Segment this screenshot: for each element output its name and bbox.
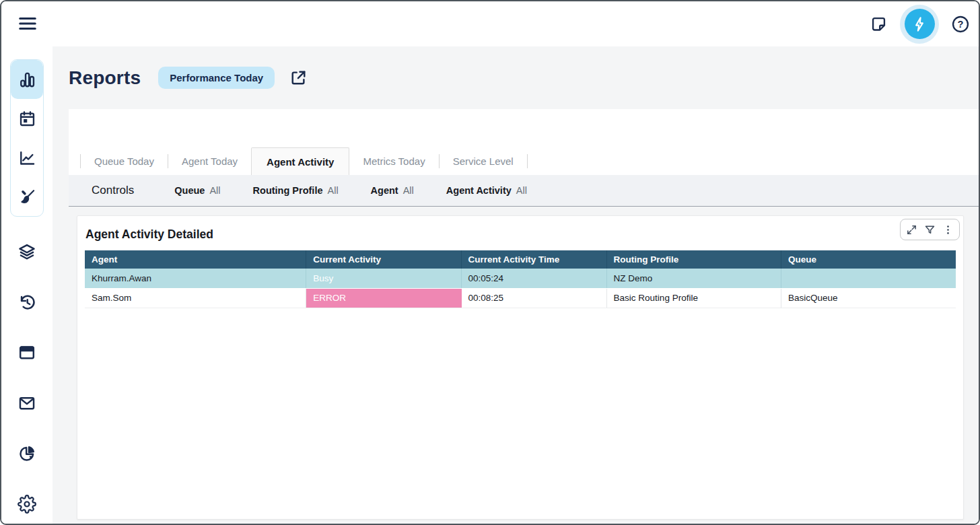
sidebar-item-reports bar-chart-icon[interactable] [11, 60, 43, 99]
tab-queue-today[interactable]: Queue Today [81, 147, 168, 175]
expand-icon[interactable] [903, 221, 921, 238]
sidebar-item-designer brush-icon[interactable] [11, 177, 43, 216]
report-tabs: Queue Today Agent Today Agent Activity M… [69, 109, 979, 175]
column-header-current-activity-time: Current Activity Time [461, 250, 606, 269]
sidebar-item-metrics line-chart-icon[interactable] [11, 138, 43, 177]
flash-button[interactable] [905, 9, 935, 39]
filter-agent-activity[interactable]: Agent ActivityAll [446, 185, 527, 196]
cell-current-activity status-badge: ERROR [306, 288, 461, 308]
kebab-menu-icon[interactable] [939, 221, 957, 238]
controls-bar: Controls QueueAll Routing ProfileAll Age… [69, 175, 979, 207]
app-window: ? [0, 0, 980, 525]
cell-agent: Sam.Som [85, 288, 306, 308]
column-header-routing-profile: Routing Profile [606, 250, 781, 269]
external-link-icon[interactable] [289, 69, 308, 87]
cell-routing-profile: Basic Routing Profile [606, 288, 781, 308]
top-bar: ? [1, 1, 979, 46]
sidebar-item-layers layers-icon[interactable] [11, 242, 43, 261]
table-row: Sam.Som ERROR 00:08:25 Basic Routing Pro… [85, 288, 956, 308]
performance-today-badge[interactable]: Performance Today [158, 67, 275, 89]
tab-metrics-today[interactable]: Metrics Today [349, 147, 438, 175]
cell-current-activity-time: 00:08:25 [461, 288, 606, 308]
filter-agent[interactable]: AgentAll [371, 185, 414, 196]
help-icon[interactable]: ? [951, 15, 970, 34]
note-icon[interactable] [870, 15, 888, 33]
left-sidebar [1, 46, 53, 524]
sidebar-item-history history-icon[interactable] [11, 293, 43, 312]
flash-button-halo [900, 5, 939, 44]
table-row: Khurram.Awan Busy 00:05:24 NZ Demo [85, 269, 956, 288]
filter-icon[interactable] [921, 221, 939, 238]
sidebar-item-schedule calendar-icon[interactable] [11, 99, 43, 138]
cell-routing-profile: NZ Demo [606, 269, 781, 288]
sidebar-analytics-group [10, 59, 44, 217]
agent-activity-widget: Agent Activity Detailed Agent Current Ac… [77, 215, 964, 520]
cell-current-activity status-badge: Busy [306, 269, 461, 288]
hamburger-menu-icon[interactable] [18, 13, 38, 34]
column-header-agent: Agent [85, 250, 306, 269]
controls-label: Controls [92, 184, 134, 197]
page-header: Reports Performance Today [53, 46, 979, 109]
filter-routing-profile[interactable]: Routing ProfileAll [253, 185, 339, 196]
cell-queue: BasicQueue [781, 288, 956, 308]
page-title: Reports [69, 67, 141, 89]
tab-agent-activity[interactable]: Agent Activity [251, 147, 349, 175]
filter-queue[interactable]: QueueAll [174, 185, 220, 196]
sidebar-secondary-group [1, 242, 53, 514]
sidebar-item-workspace browser-icon[interactable] [11, 343, 43, 362]
cell-current-activity-time: 00:05:24 [461, 269, 606, 288]
tab-service-level[interactable]: Service Level [440, 147, 527, 175]
sidebar-item-settings gear-icon[interactable] [11, 495, 43, 514]
column-header-queue: Queue [781, 250, 956, 269]
svg-text:?: ? [958, 19, 964, 30]
sidebar-item-dashboards pie-chart-icon[interactable] [11, 444, 43, 463]
cell-agent: Khurram.Awan [85, 269, 306, 288]
main-content: Reports Performance Today Queue Today Ag… [53, 46, 979, 524]
widget-title: Agent Activity Detailed [85, 228, 963, 242]
column-header-current-activity: Current Activity [306, 250, 461, 269]
widget-toolbar [900, 219, 960, 240]
sidebar-item-email mail-icon[interactable] [11, 394, 43, 413]
tab-agent-today[interactable]: Agent Today [168, 147, 251, 175]
tab-divider [527, 154, 528, 168]
cell-queue [781, 269, 956, 288]
agent-activity-table: Agent Current Activity Current Activity … [85, 250, 956, 308]
topbar-actions: ? [870, 1, 970, 46]
table-header-row: Agent Current Activity Current Activity … [85, 250, 956, 269]
